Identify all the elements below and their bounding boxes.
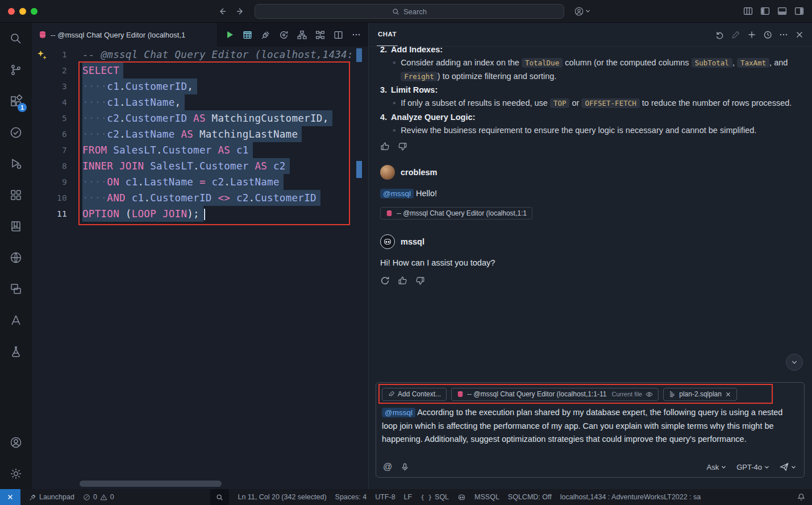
results-grid-button[interactable]	[243, 30, 252, 40]
remote-explorer-icon[interactable]	[0, 273, 32, 304]
mention-icon[interactable]: @	[383, 462, 392, 472]
code-line[interactable]: 10····AND c1.CustomerID <> c2.CustomerID	[32, 190, 368, 206]
split-editor-button[interactable]	[334, 30, 343, 40]
forward-icon[interactable]	[236, 7, 245, 16]
mention-chip[interactable]: @mssql	[380, 189, 414, 198]
scroll-to-bottom-button[interactable]	[786, 354, 803, 371]
encoding-setting[interactable]: UTF-8	[375, 493, 395, 501]
edit-session-icon[interactable]	[731, 30, 740, 39]
database-projects-flask-icon[interactable]	[0, 336, 32, 367]
add-context-button[interactable]: Add Context...	[382, 388, 447, 401]
code-token: c2	[212, 176, 224, 188]
cursor-position[interactable]: Ln 11, Col 20 (342 selected)	[238, 493, 326, 501]
code-line[interactable]: 8INNER JOIN SalesLT.Customer AS c2	[32, 158, 368, 174]
code-editor[interactable]: 1-- @mssql Chat Query Editor (localhost,…	[32, 47, 368, 489]
command-center-search[interactable]: Search	[255, 4, 564, 19]
extensions-icon[interactable]: 1	[0, 85, 32, 117]
more-actions-icon[interactable]	[779, 30, 788, 39]
mode-selector[interactable]: Ask	[707, 463, 727, 471]
azure-icon[interactable]	[0, 304, 32, 336]
sqlcmd-status[interactable]: SQLCMD: Off	[508, 493, 552, 501]
horizontal-scrollbar[interactable]	[80, 481, 222, 487]
toggle-secondary-sidebar-icon[interactable]	[794, 6, 804, 16]
mention-chip[interactable]: @mssql	[382, 408, 415, 417]
toggle-primary-sidebar-icon[interactable]	[760, 6, 770, 16]
microphone-icon[interactable]	[401, 463, 409, 471]
code-line[interactable]: 4····c1.LastName,	[32, 94, 368, 110]
code-line[interactable]: 6····c2.LastName AS MatchingLastName	[32, 126, 368, 142]
minimize-window-button[interactable]	[19, 8, 26, 15]
code-token: ····	[82, 81, 107, 92]
account-menu[interactable]	[574, 6, 590, 16]
eye-icon[interactable]	[646, 391, 653, 398]
toggle-panel-icon[interactable]	[777, 6, 787, 16]
actual-plan-button[interactable]	[315, 30, 325, 40]
source-control-icon[interactable]	[0, 54, 32, 85]
code-line[interactable]: 9····ON c1.LastName = c2.LastName	[32, 174, 368, 190]
language-mode[interactable]: { } SQL	[420, 493, 449, 501]
regenerate-icon[interactable]	[380, 276, 390, 285]
code-line[interactable]: 5····c2.CustomerID AS MatchingCustomerID…	[32, 110, 368, 126]
thumbs-down-icon[interactable]	[398, 142, 407, 151]
run-debug-icon[interactable]	[0, 148, 32, 179]
search-activity-icon[interactable]	[0, 23, 32, 54]
mssql-status[interactable]: MSSQL	[474, 493, 499, 501]
new-chat-icon[interactable]	[747, 30, 756, 39]
code-line[interactable]: 2SELECT	[32, 63, 368, 78]
chat-history-icon[interactable]	[763, 30, 772, 39]
attached-file-chip[interactable]: -- @mssql Chat Query Editor (localhost,1…	[380, 207, 532, 220]
maximize-window-button[interactable]	[31, 8, 38, 15]
copilot-status-icon[interactable]	[457, 493, 466, 502]
estimated-plan-button[interactable]	[279, 30, 289, 40]
indentation-setting[interactable]: Spaces: 4	[335, 493, 367, 501]
chat-input-container[interactable]: Add Context... -- @mssql Chat Query Edit…	[376, 382, 805, 478]
extensions-grid-icon[interactable]	[0, 179, 32, 210]
github-globe-icon[interactable]	[0, 242, 32, 273]
testing-icon[interactable]	[0, 117, 32, 148]
editor-tab[interactable]: -- @mssql Chat Query Editor (localhost,1	[32, 23, 218, 47]
more-actions-button[interactable]	[352, 30, 361, 39]
model-selector[interactable]: GPT-4o	[736, 463, 769, 471]
errors-count: 0	[93, 493, 97, 501]
thumbs-up-icon[interactable]	[380, 142, 390, 151]
toggle-layout-icon[interactable]	[743, 6, 753, 16]
close-window-button[interactable]	[8, 8, 15, 15]
bullet-text: Review the business requirement to ensur…	[401, 124, 756, 137]
code-token: .	[119, 97, 126, 108]
code-token: MatchingCustomerID	[212, 113, 323, 124]
settings-gear-icon[interactable]	[0, 458, 32, 489]
list-item-title-text: Analyze Query Logic:	[391, 111, 475, 123]
code-token	[144, 160, 150, 172]
send-button[interactable]	[780, 462, 796, 471]
remote-indicator[interactable]	[0, 489, 20, 505]
copilot-sparkle-icon[interactable]	[36, 49, 48, 61]
thumbs-down-icon[interactable]	[415, 276, 425, 285]
close-icon[interactable]	[795, 30, 804, 39]
zoom-status-item[interactable]	[210, 489, 229, 505]
problems-button[interactable]: 0 0	[83, 493, 114, 501]
code-text: ····c1.CustomerID,	[82, 78, 197, 94]
code-line[interactable]: 11OPTION (LOOP JOIN);	[32, 206, 368, 222]
query-plan-button[interactable]	[297, 30, 307, 40]
code-line[interactable]: 7FROM SalesLT.Customer AS c1	[32, 142, 368, 158]
code-token	[107, 144, 113, 156]
run-query-button[interactable]	[225, 30, 234, 39]
thumbs-up-icon[interactable]	[398, 276, 407, 285]
disconnect-plug-button[interactable]	[261, 30, 270, 40]
launchpad-button[interactable]: Launchpad	[29, 493, 74, 501]
back-icon[interactable]	[218, 7, 227, 16]
eol-setting[interactable]: LF	[404, 493, 413, 501]
notifications-bell-icon[interactable]	[797, 493, 805, 501]
plan-file-chip[interactable]: plan-2.sqlplan	[663, 388, 737, 401]
connection-status[interactable]: localhost,1434 : AdventureWorksLT2022 : …	[560, 493, 701, 501]
current-file-chip[interactable]: -- @mssql Chat Query Editor (localhost,1…	[451, 388, 659, 401]
code-line[interactable]: 3····c1.CustomerID,	[32, 78, 368, 94]
chat-tab[interactable]: CHAT	[377, 23, 398, 46]
chat-input-text[interactable]: @mssql According to the execution plan s…	[382, 406, 798, 446]
accounts-icon[interactable]	[0, 427, 32, 458]
code-token	[126, 192, 132, 204]
docs-book-icon[interactable]	[0, 210, 32, 242]
remove-chip-icon[interactable]	[725, 391, 731, 398]
undo-icon[interactable]	[715, 30, 724, 39]
code-line[interactable]: 1-- @mssql Chat Query Editor (localhost,…	[32, 47, 368, 63]
